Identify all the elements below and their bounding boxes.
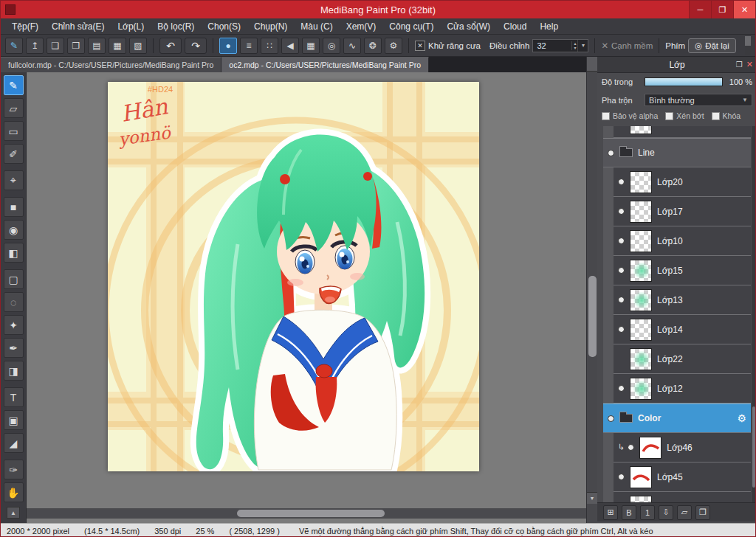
antialias-checkbox[interactable]: ✕ (415, 41, 425, 51)
redo-button[interactable]: ↷ (185, 38, 207, 54)
adjust-input[interactable] (533, 41, 571, 50)
menu-item-filter[interactable]: Bộ lọc(R) (151, 18, 201, 34)
tool-pen[interactable]: ✑ (4, 460, 24, 479)
adjust-field[interactable]: ▴ ▾ ▾ (532, 39, 588, 52)
artwork[interactable]: #HD24 Hân yonnö (108, 82, 479, 471)
visibility-dot[interactable] (618, 297, 625, 303)
curve-icon[interactable]: ∿ (343, 38, 361, 54)
tool-select-pen[interactable]: ✒ (4, 338, 24, 358)
layer-row[interactable]: Lớp12 (614, 374, 751, 403)
layer-row[interactable]: Lớp10 (614, 226, 751, 256)
menu-item-snap[interactable]: Chụp(N) (247, 18, 294, 34)
add-folder-button[interactable]: ▱ (677, 505, 692, 520)
tab-oc2[interactable]: oc2.mdp - C:/Users/USER/Pictures/MediBan… (221, 57, 429, 72)
visibility-dot[interactable] (618, 326, 625, 333)
spinner[interactable]: ▴ ▾ (571, 41, 577, 50)
duplicate-layer-button[interactable]: ❐ (695, 505, 710, 520)
visibility-dot[interactable] (618, 238, 625, 244)
tool-select-eraser[interactable]: ◨ (4, 361, 24, 381)
opacity-slider[interactable] (645, 77, 723, 86)
tool-select-all[interactable]: ■ (4, 197, 24, 217)
layer-list-scrollbar[interactable] (752, 126, 756, 502)
pages-icon[interactable]: ▤ (88, 38, 106, 54)
tool-bucket[interactable]: ◉ (4, 220, 24, 240)
close-button[interactable]: ✕ (733, 1, 755, 18)
protect-alpha-checkbox[interactable]: Bảo vệ alpha (602, 111, 658, 120)
concentric-icon[interactable]: ◎ (323, 38, 340, 54)
tool-lasso[interactable]: ◌ (4, 292, 24, 312)
adjust-dropdown-icon[interactable]: ▾ (577, 40, 588, 52)
brush-settings-gear-icon[interactable]: ⚙ (385, 38, 402, 54)
menu-item-window[interactable]: Cửa sổ(W) (440, 18, 497, 34)
symmetry-icon[interactable]: ❂ (364, 38, 382, 54)
layer-row[interactable]: Lớp22 (614, 344, 751, 374)
scrollbar-top-button[interactable] (587, 57, 597, 72)
tool-marquee[interactable]: ▢ (4, 269, 24, 289)
visibility-dot[interactable] (618, 385, 625, 392)
undo-button[interactable]: ↶ (159, 38, 182, 54)
dot-brush-tip-icon[interactable]: ∷ (261, 38, 278, 54)
tool-magic-wand[interactable]: ✦ (4, 315, 24, 335)
reset-button[interactable]: ◎ Đặt lại (688, 38, 736, 53)
menu-item-view[interactable]: Xem(V) (340, 18, 383, 34)
pages-grid-icon[interactable]: ▦ (109, 38, 126, 54)
add-layer-button[interactable]: ⊞ (603, 505, 618, 520)
vertical-scrollbar-handle[interactable] (588, 276, 597, 357)
tool-hand[interactable]: ✋ (4, 482, 24, 502)
layer-row[interactable]: Lớp17 (614, 197, 751, 226)
menu-item-color[interactable]: Màu (C) (294, 18, 339, 34)
flat-brush-tip-icon[interactable]: ≡ (240, 38, 258, 54)
panels-icon[interactable]: ▧ (129, 38, 147, 54)
horizontal-scrollbar-handle[interactable] (237, 510, 385, 517)
merge-down-button[interactable]: ⇩ (659, 505, 673, 520)
canvas-area[interactable]: #HD24 Hân yonnö (27, 72, 586, 523)
horizontal-scrollbar[interactable] (27, 508, 586, 519)
tool-text[interactable]: T (4, 387, 24, 407)
menu-item-edit[interactable]: Chỉnh sửa(E) (45, 18, 111, 34)
layer-row-partial[interactable] (614, 126, 751, 138)
clipping-checkbox[interactable]: Xén bớt (665, 111, 704, 120)
toolbar-overflow-scrollbar[interactable] (745, 36, 751, 55)
layers-panel-header[interactable]: Lớp ❐ ✕ (597, 57, 756, 73)
visibility-dot[interactable] (618, 208, 625, 215)
panel-close-icon[interactable]: ✕ (746, 60, 753, 69)
tool-eyedropper[interactable]: ◢ (4, 433, 24, 453)
toolstrip-scroll-button[interactable]: ▲ (7, 507, 20, 519)
visibility-dot[interactable] (618, 474, 625, 480)
minimize-button[interactable]: ─ (689, 1, 711, 18)
visibility-dot[interactable] (618, 267, 625, 274)
layer-row[interactable]: Lớp15 (614, 256, 751, 285)
layer-row[interactable]: Lớp20 (614, 167, 751, 197)
panel-popout-icon[interactable]: ❐ (736, 60, 743, 69)
spinner-down-icon[interactable]: ▾ (574, 46, 576, 50)
comment-icon[interactable]: ❑ (47, 38, 64, 54)
visibility-dot[interactable] (618, 179, 625, 185)
layer-row[interactable]: Lớp13 (614, 285, 751, 315)
upload-icon[interactable]: ↥ (26, 38, 44, 54)
tab-fullcolor[interactable]: fullcolor.mdp - C:/Users/USER/Pictures/M… (1, 57, 221, 72)
titlebar[interactable]: MediBang Paint Pro (32bit) ─ ❐ ✕ (1, 1, 755, 18)
layer-folder-row[interactable]: Line (603, 138, 751, 167)
lock-checkbox[interactable]: Khóa (712, 111, 741, 120)
visibility-dot[interactable] (608, 150, 614, 156)
scrollbar-bottom-button[interactable]: ▼ (587, 492, 597, 504)
blend-dropdown[interactable]: Bình thường ▼ (645, 94, 752, 106)
layer-row[interactable]: ↳ Lớp46 (614, 433, 751, 462)
visibility-dot[interactable] (628, 444, 634, 451)
menu-item-layer[interactable]: Lớp(L) (111, 18, 151, 34)
menu-item-tools[interactable]: Công cụ(T) (382, 18, 440, 34)
triangle-brush-tip-icon[interactable]: ◀ (281, 38, 299, 54)
document-canvas[interactable]: #HD24 Hân yonnö (108, 82, 479, 471)
halftone-icon[interactable]: ▦ (302, 38, 320, 54)
visibility-dot[interactable] (608, 415, 614, 422)
menu-item-select[interactable]: Chọn(S) (201, 18, 247, 34)
tool-airbrush[interactable]: ✐ (4, 144, 24, 164)
add-1bit-layer-button[interactable]: 1 (640, 505, 655, 520)
comment-filled-icon[interactable]: ❒ (67, 38, 85, 54)
vertical-scrollbar[interactable]: ▼ (586, 57, 597, 523)
layer-list-scrollbar-handle[interactable] (752, 406, 755, 488)
maximize-button[interactable]: ❐ (711, 1, 733, 18)
layer-folder-row-selected[interactable]: Color ⚙ (603, 403, 751, 433)
soft-edge-label[interactable]: Cạnh mềm (611, 41, 653, 50)
tool-shape-brush[interactable]: ▭ (4, 121, 24, 141)
